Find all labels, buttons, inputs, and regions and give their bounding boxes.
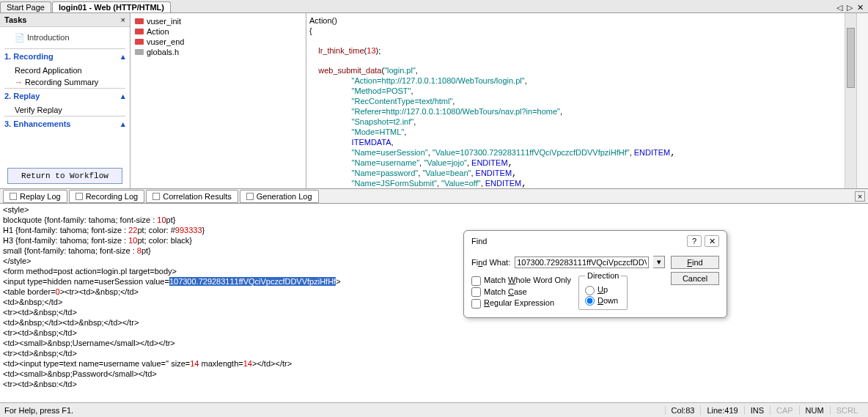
cancel-button[interactable]: Cancel xyxy=(671,272,719,285)
action-icon xyxy=(135,18,144,24)
find-title: Find xyxy=(471,237,684,246)
code-scrollbar[interactable] xyxy=(845,13,856,188)
tree-vuser-init[interactable]: vuser_init xyxy=(135,16,301,26)
output-close-icon[interactable]: × xyxy=(855,191,865,202)
tab-login01[interactable]: login01 - Web (HTTP/HTML) xyxy=(52,1,171,12)
status-scrl: SCRL xyxy=(830,406,864,415)
help-icon[interactable]: ? xyxy=(687,235,702,247)
tasks-panel: Tasks × 📄 Introduction 1. Recording▴ Rec… xyxy=(0,13,130,188)
code-minimap[interactable] xyxy=(856,13,868,188)
tree-vuser-end[interactable]: vuser_end xyxy=(135,37,301,47)
find-dropdown-icon[interactable]: ▾ xyxy=(653,256,665,268)
tasks-title: Tasks xyxy=(4,15,26,24)
task-verify-replay[interactable]: Verify Replay xyxy=(4,104,125,116)
task-record-application[interactable]: Record Application xyxy=(4,64,125,76)
status-line: Line:419 xyxy=(700,406,743,415)
tab-recording-log[interactable]: Recording Log xyxy=(69,190,145,203)
corr-icon xyxy=(152,193,160,200)
output-tabs: Replay Log Recording Log Correlation Res… xyxy=(0,189,868,204)
tab-close-icon[interactable]: ✕ xyxy=(857,3,864,12)
status-num: NUM xyxy=(799,406,830,415)
action-icon xyxy=(135,29,144,34)
log-viewer[interactable]: <style> blockquote {font-family: tahoma;… xyxy=(0,204,868,387)
status-ins: INS xyxy=(744,406,770,415)
action-icon xyxy=(135,39,144,45)
tab-replay-log[interactable]: Replay Log xyxy=(3,190,67,203)
close-icon[interactable]: ✕ xyxy=(705,235,719,247)
header-icon xyxy=(135,49,144,55)
script-tree: vuser_init Action vuser_end globals.h xyxy=(130,13,306,188)
task-introduction[interactable]: 📄 Introduction xyxy=(4,30,125,48)
match-case-checkbox[interactable]: Match Case xyxy=(471,287,571,298)
gen-icon xyxy=(246,193,254,200)
code-editor[interactable]: Action() { lr_think_time(13); web_submit… xyxy=(306,13,845,188)
regex-checkbox[interactable]: Regular Expression xyxy=(471,298,571,309)
tab-correlation-results[interactable]: Correlation Results xyxy=(146,190,238,203)
tree-action[interactable]: Action xyxy=(135,26,301,37)
selected-text: 107300.729283111ffVQciVpczcfDDVVfpziHfHf xyxy=(169,277,336,286)
status-bar: For Help, press F1. Col:83 Line:419 INS … xyxy=(0,402,868,417)
direction-group: Direction Up Down xyxy=(578,271,628,310)
direction-up-radio[interactable]: Up xyxy=(585,285,621,295)
match-whole-word-checkbox[interactable]: Match Whole Word Only xyxy=(471,276,571,286)
direction-down-radio[interactable]: Down xyxy=(585,296,621,306)
tab-next-icon[interactable]: ▷ xyxy=(847,3,853,12)
status-cap: CAP xyxy=(770,406,799,415)
main-tabs: Start Page login01 - Web (HTTP/HTML) ◁ ▷… xyxy=(0,0,868,13)
find-what-input[interactable] xyxy=(515,257,649,268)
tab-controls: ◁ ▷ ✕ xyxy=(836,3,868,12)
tasks-close-icon[interactable]: × xyxy=(121,15,125,24)
status-help: For Help, press F1. xyxy=(4,406,73,415)
find-what-label: Find What: xyxy=(471,258,510,267)
task-group-recording[interactable]: 1. Recording▴ xyxy=(4,48,125,64)
task-group-replay[interactable]: 2. Replay▴ xyxy=(4,88,125,104)
find-dialog: Find ? ✕ Find What: ▾ Match Whole Word O… xyxy=(463,230,727,318)
tab-prev-icon[interactable]: ◁ xyxy=(836,3,842,12)
return-to-workflow-button[interactable]: Return to Workflow xyxy=(7,168,122,184)
log-icon xyxy=(76,193,83,200)
status-col: Col:83 xyxy=(665,406,701,415)
log-icon xyxy=(10,193,17,200)
find-button[interactable]: Find xyxy=(671,256,719,269)
task-recording-summary[interactable]: Recording Summary xyxy=(4,76,125,88)
tab-start-page[interactable]: Start Page xyxy=(0,1,51,12)
task-group-enhancements[interactable]: 3. Enhancements▴ xyxy=(4,116,125,132)
tree-globals[interactable]: globals.h xyxy=(135,47,301,57)
tab-generation-log[interactable]: Generation Log xyxy=(240,190,319,203)
